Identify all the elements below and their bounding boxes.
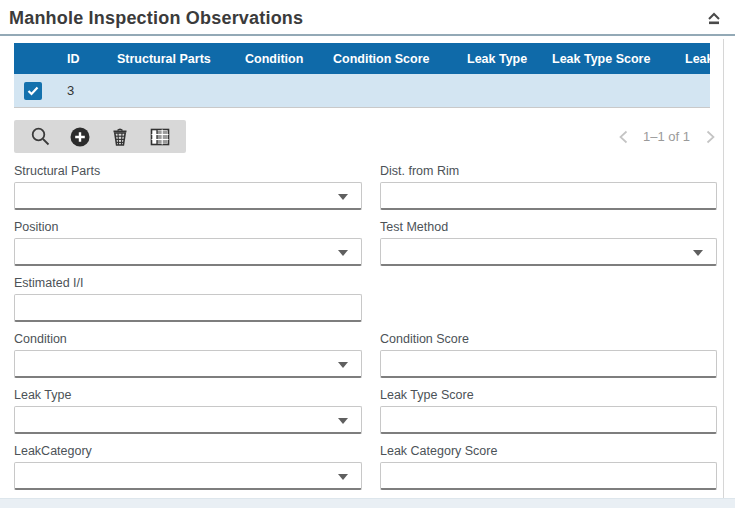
condition-label: Condition [14, 332, 362, 347]
next-section-edge [0, 498, 735, 508]
leak-category-score-label: Leak Category Score [380, 444, 717, 459]
field-estimated-ii: Estimated I/I [14, 276, 362, 322]
field-condition-score: Condition Score [380, 332, 717, 378]
leak-type-dropdown[interactable] [14, 406, 362, 434]
column-chooser-button[interactable] [147, 124, 173, 150]
condition-score-label: Condition Score [380, 332, 717, 347]
panel-header: Manhole Inspection Observations [0, 0, 735, 36]
field-structural-parts: Structural Parts [14, 164, 362, 210]
column-header-id[interactable]: ID [55, 52, 105, 66]
column-header-structural-parts[interactable]: Structural Parts [105, 52, 233, 66]
row-checkbox-checked[interactable] [24, 82, 42, 100]
structural-parts-label: Structural Parts [14, 164, 362, 179]
condition-score-input[interactable] [380, 350, 717, 378]
column-header-leak-category[interactable]: Leak Category [673, 52, 710, 66]
search-icon [30, 126, 51, 147]
column-header-leak-type-score[interactable]: Leak Type Score [540, 52, 673, 66]
leak-category-label: LeakCategory [14, 444, 362, 459]
field-dist-from-rim: Dist. from Rim [380, 164, 717, 210]
grid-header-row: ID Structural Parts Condition Condition … [14, 43, 710, 74]
field-test-method: Test Method [380, 220, 717, 266]
add-record-button[interactable] [67, 124, 93, 150]
search-button[interactable] [27, 124, 53, 150]
leak-category-dropdown[interactable] [14, 462, 362, 490]
chevron-down-icon [338, 418, 348, 424]
previous-page-button[interactable] [616, 130, 630, 144]
table-row[interactable]: 3 [14, 74, 710, 108]
plus-circle-icon [69, 126, 91, 148]
observation-form: Structural Parts Dist. from Rim Position… [14, 164, 721, 490]
test-method-label: Test Method [380, 220, 717, 235]
column-header-condition-score[interactable]: Condition Score [321, 52, 455, 66]
grid-columns-icon [149, 127, 171, 147]
grid-toolbar-row: 1–1 of 1 [14, 120, 721, 153]
chevron-down-icon [338, 474, 348, 480]
field-leak-category: LeakCategory [14, 444, 362, 490]
position-dropdown[interactable] [14, 238, 362, 266]
pagination-label: 1–1 of 1 [643, 129, 690, 144]
row-select-cell [14, 82, 55, 100]
chevron-down-icon [338, 194, 348, 200]
checkmark-icon [27, 86, 39, 96]
leak-type-label: Leak Type [14, 388, 362, 403]
leak-type-score-label: Leak Type Score [380, 388, 717, 403]
chevron-down-icon [338, 250, 348, 256]
dist-from-rim-label: Dist. from Rim [380, 164, 717, 179]
grid-toolbar [14, 120, 186, 153]
leak-type-score-input[interactable] [380, 406, 717, 434]
chevron-right-icon [705, 130, 716, 144]
chevron-left-icon [618, 130, 629, 144]
row-id-value: 3 [55, 83, 105, 98]
page-title: Manhole Inspection Observations [9, 8, 303, 29]
field-position: Position [14, 220, 362, 266]
field-leak-type: Leak Type [14, 388, 362, 434]
position-label: Position [14, 220, 362, 235]
field-leak-type-score: Leak Type Score [380, 388, 717, 434]
field-leak-category-score: Leak Category Score [380, 444, 717, 490]
pagination: 1–1 of 1 [616, 129, 717, 144]
chevron-down-icon [693, 250, 703, 256]
test-method-dropdown[interactable] [380, 238, 717, 266]
structural-parts-dropdown[interactable] [14, 182, 362, 210]
collapse-panel-button[interactable] [705, 10, 723, 26]
estimated-ii-label: Estimated I/I [14, 276, 362, 291]
field-condition: Condition [14, 332, 362, 378]
condition-dropdown[interactable] [14, 350, 362, 378]
chevron-down-icon [338, 362, 348, 368]
leak-category-score-input[interactable] [380, 462, 717, 490]
column-header-condition[interactable]: Condition [233, 52, 321, 66]
estimated-ii-input[interactable] [14, 294, 362, 322]
observations-grid: ID Structural Parts Condition Condition … [14, 43, 710, 108]
collapse-icon [706, 11, 722, 26]
panel-right-border [723, 39, 724, 508]
trash-icon [109, 126, 131, 148]
column-header-leak-type[interactable]: Leak Type [455, 52, 540, 66]
delete-record-button[interactable] [107, 124, 133, 150]
next-page-button[interactable] [703, 130, 717, 144]
dist-from-rim-input[interactable] [380, 182, 717, 210]
